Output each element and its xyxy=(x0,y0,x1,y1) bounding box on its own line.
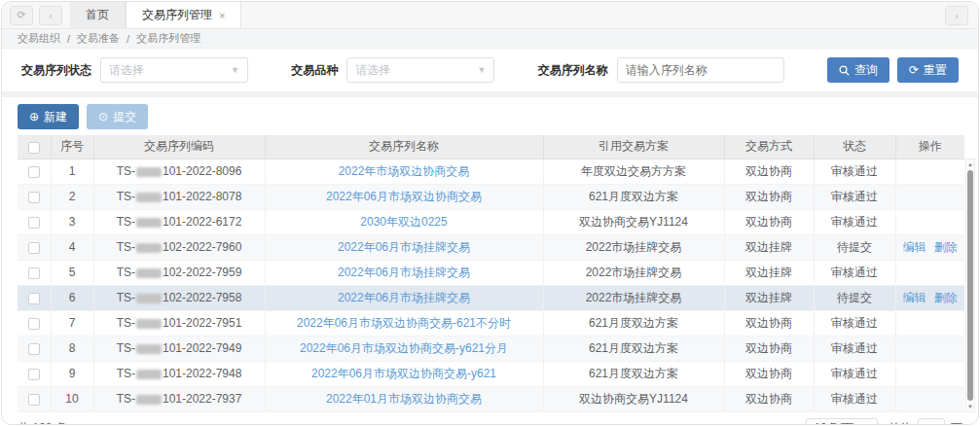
code-suffix: 101-2022-7949 xyxy=(163,341,241,355)
sequence-name-link[interactable]: 2022年市场双边协商交易 xyxy=(339,164,470,178)
tab-交易序列管理[interactable]: 交易序列管理× xyxy=(126,2,241,28)
refresh-icon[interactable]: ⟳ xyxy=(10,6,33,25)
sequence-name-input[interactable] xyxy=(617,57,784,83)
close-icon[interactable]: × xyxy=(219,10,225,21)
row-actions xyxy=(895,159,964,184)
submit-button[interactable]: ⊙ 提交 xyxy=(87,104,148,129)
sequence-name-link[interactable]: 2030年双边0225 xyxy=(360,215,447,229)
sequence-name-link[interactable]: 2022年06月市场挂牌交易 xyxy=(338,291,470,304)
scroll-down-icon[interactable]: ▼ xyxy=(967,402,973,411)
row-checkbox[interactable] xyxy=(28,369,40,380)
edit-link[interactable]: 编辑 xyxy=(903,291,926,304)
code-prefix: TS- xyxy=(117,392,135,406)
table-row: 1TS-101-2022-80962022年市场双边协商交易年度双边交易方方案双… xyxy=(18,159,964,184)
reset-button-label: 重置 xyxy=(924,62,947,79)
row-actions xyxy=(895,386,964,411)
row-checkbox[interactable] xyxy=(28,267,40,279)
code-prefix: TS- xyxy=(117,316,135,330)
jump-page-input[interactable] xyxy=(918,418,945,426)
refresh-icon: ⟳ xyxy=(909,64,919,76)
row-checkbox[interactable] xyxy=(28,318,40,330)
status-text: 审核通过 xyxy=(814,336,895,361)
table-row: 8TS-101-2022-79492022年06月市场双边协商交易-y621分月… xyxy=(18,336,964,361)
sequence-name-link[interactable]: 2022年06月市场挂牌交易 xyxy=(338,240,470,254)
sequence-name-link[interactable]: 2022年06月市场双边协商交易-y621 xyxy=(311,367,496,380)
page-number[interactable]: 13 xyxy=(768,422,780,426)
code-redacted-blur xyxy=(136,243,162,253)
select-all-checkbox[interactable] xyxy=(28,142,40,154)
chevron-down-icon: ▼ xyxy=(231,65,239,75)
edit-link[interactable]: 编辑 xyxy=(903,240,926,254)
code-suffix: 102-2022-7960 xyxy=(163,240,241,254)
trade-mode: 双边挂牌 xyxy=(724,234,814,260)
table-footer: 共 128 条 ‹ 123456···13 › 10条/页 ▼ 前往 页 xyxy=(2,412,978,426)
sequence-name-cell: 2022年06月市场双边协商交易 xyxy=(265,184,543,209)
row-checkbox[interactable] xyxy=(28,293,40,304)
table-scrollbar[interactable]: ▲ ▼ xyxy=(965,159,975,412)
row-index: 4 xyxy=(51,234,93,260)
row-actions: 编辑删除 xyxy=(895,285,964,310)
breadcrumb-item[interactable]: 交易组织 xyxy=(18,31,60,46)
scrollbar-thumb[interactable] xyxy=(967,170,973,401)
sequence-name-link[interactable]: 2022年06月市场双边协商交易-y621分月 xyxy=(300,341,508,355)
breadcrumb: 交易组织/交易准备/交易序列管理 xyxy=(2,29,978,49)
create-button[interactable]: ⊕ 新建 xyxy=(18,104,79,129)
page-number[interactable]: 5 xyxy=(701,422,712,426)
scroll-up-icon[interactable]: ▲ xyxy=(967,160,973,169)
row-index: 8 xyxy=(51,336,93,361)
referenced-plan: 621月度双边方案 xyxy=(543,184,724,209)
search-button[interactable]: 查询 xyxy=(827,57,889,83)
row-checkbox-cell xyxy=(18,260,51,285)
row-checkbox[interactable] xyxy=(28,394,40,406)
table-row: 9TS-101-2022-79482022年06月市场双边协商交易-y62162… xyxy=(18,361,964,386)
prev-page-icon[interactable]: ‹ xyxy=(598,423,601,426)
page-number[interactable]: 4 xyxy=(678,422,690,426)
page-number[interactable]: 2 xyxy=(634,422,645,426)
page-size-select[interactable]: 10条/页 ▼ xyxy=(806,418,878,426)
row-checkbox-cell xyxy=(18,361,51,386)
code-suffix: 101-2022-8096 xyxy=(163,164,241,178)
delete-link[interactable]: 删除 xyxy=(934,291,958,304)
sequence-name-link[interactable]: 2022年06月市场挂牌交易 xyxy=(338,266,470,279)
breadcrumb-item[interactable]: 交易序列管理 xyxy=(136,31,200,46)
tab-scroll-left-icon[interactable]: ‹ xyxy=(39,6,62,25)
sequence-table: 序号 交易序列编码 交易序列名称 引用交易方案 交易方式 状态 操作 1TS-1… xyxy=(18,135,962,412)
trade-mode: 双边协商 xyxy=(724,209,814,234)
sequence-name-link[interactable]: 2022年01月市场双边协商交易 xyxy=(326,392,482,406)
page-number[interactable]: 6 xyxy=(723,422,735,426)
status-filter-label: 交易序列状态 xyxy=(21,62,91,79)
row-checkbox[interactable] xyxy=(28,242,40,254)
app-window: ⟳ ‹ 首页交易序列管理× › 交易组织/交易准备/交易序列管理 交易序列状态 … xyxy=(1,1,979,425)
reset-button[interactable]: ⟳ 重置 xyxy=(897,57,959,83)
tab-label: 交易序列管理 xyxy=(142,7,212,23)
breadcrumb-item[interactable]: 交易准备 xyxy=(77,31,120,46)
variety-select[interactable]: 请选择 ▼ xyxy=(346,57,494,83)
table-row: 4TS-102-2022-79602022年06月市场挂牌交易2022市场挂牌交… xyxy=(18,234,964,260)
status-select-placeholder: 请选择 xyxy=(109,62,144,79)
row-checkbox[interactable] xyxy=(28,217,40,229)
code-suffix: 102-2022-7958 xyxy=(163,291,241,304)
code-prefix: TS- xyxy=(117,240,135,254)
row-checkbox-cell xyxy=(18,386,51,411)
submit-button-label: 提交 xyxy=(113,109,136,125)
code-redacted-blur xyxy=(136,193,162,202)
tab-首页[interactable]: 首页 xyxy=(70,2,126,28)
row-checkbox[interactable] xyxy=(28,192,40,203)
jump-label: 前往 xyxy=(889,420,912,425)
row-index: 10 xyxy=(51,386,93,411)
next-page-icon[interactable]: › xyxy=(792,423,796,426)
delete-link[interactable]: 删除 xyxy=(934,240,958,254)
status-select[interactable]: 请选择 ▼ xyxy=(100,57,248,83)
sequence-name-link[interactable]: 2022年06月市场双边协商交易-621不分时 xyxy=(297,316,511,330)
tab-scroll-right-icon[interactable]: › xyxy=(945,6,968,25)
row-checkbox[interactable] xyxy=(28,166,40,178)
code-redacted-blur xyxy=(136,167,162,177)
breadcrumb-separator: / xyxy=(67,33,70,45)
page-number[interactable]: 1 xyxy=(611,422,623,426)
code-redacted-blur xyxy=(136,395,162,405)
row-checkbox-cell xyxy=(18,234,51,260)
name-filter-label: 交易序列名称 xyxy=(538,62,608,79)
sequence-name-link[interactable]: 2022年06月市场双边协商交易 xyxy=(326,190,482,203)
page-number[interactable]: 3 xyxy=(656,422,668,426)
row-checkbox[interactable] xyxy=(28,343,40,355)
